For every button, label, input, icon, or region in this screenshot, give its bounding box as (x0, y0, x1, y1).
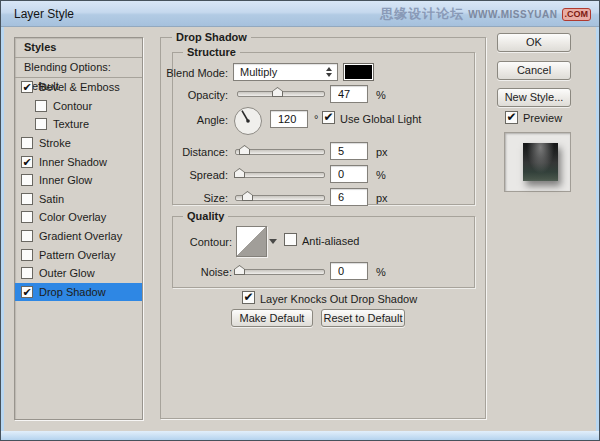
sidebar-item-gradient-overlay[interactable]: Gradient Overlay (15, 227, 142, 246)
angle-input[interactable] (270, 110, 308, 128)
sidebar-item-label: Pattern Overlay (39, 249, 115, 261)
sidebar-item-label: Inner Shadow (39, 156, 107, 168)
opacity-unit: % (376, 89, 386, 101)
spread-unit: % (376, 169, 386, 181)
drop-shadow-checkbox[interactable]: ✔ (21, 286, 33, 298)
sidebar-item-label: Inner Glow (39, 174, 92, 186)
noise-slider-thumb[interactable] (234, 265, 245, 275)
sidebar-item-inner-glow[interactable]: Inner Glow (15, 171, 142, 190)
sidebar-item-inner-shadow[interactable]: ✔ Inner Shadow (15, 152, 142, 171)
satin-checkbox[interactable] (21, 193, 33, 205)
styles-list: Styles Blending Options: Default ✔ Bevel… (14, 37, 143, 420)
preview-checkbox[interactable]: ✔ (505, 111, 518, 124)
sidebar-item-label: Gradient Overlay (39, 230, 122, 242)
inner-shadow-checkbox[interactable]: ✔ (21, 156, 33, 168)
anti-aliased-label: Anti-aliased (302, 235, 359, 247)
noise-unit: % (376, 266, 386, 278)
spread-slider-track[interactable] (235, 172, 325, 178)
distance-unit: px (376, 146, 388, 158)
shadow-color-swatch[interactable] (343, 63, 374, 81)
preview-label: Preview (523, 112, 562, 124)
sidebar-item-label: Contour (53, 100, 92, 112)
ok-button[interactable]: OK (497, 33, 571, 52)
distance-input[interactable] (330, 142, 368, 160)
styles-list-header: Styles (15, 38, 142, 58)
contour-checkbox[interactable] (35, 100, 47, 112)
noise-label: Noise: (166, 266, 232, 278)
size-unit: px (376, 192, 388, 204)
angle-label: Angle: (162, 114, 228, 126)
sidebar-item-pattern-overlay[interactable]: Pattern Overlay (15, 245, 142, 264)
anti-aliased-checkbox[interactable] (284, 233, 297, 246)
texture-checkbox[interactable] (35, 118, 47, 130)
blend-mode-value: Multiply (240, 66, 277, 78)
watermark-badge: .com (562, 8, 592, 21)
sidebar-item-contour[interactable]: Contour (15, 97, 142, 116)
use-global-light-checkbox[interactable]: ✔ (322, 111, 335, 124)
inner-glow-checkbox[interactable] (21, 174, 33, 186)
angle-dial[interactable] (233, 106, 263, 136)
layer-knockout-label: Layer Knocks Out Drop Shadow (260, 293, 417, 305)
opacity-label: Opacity: (162, 89, 228, 101)
size-label: Size: (162, 192, 228, 204)
layer-knockout-checkbox[interactable]: ✔ (242, 291, 255, 304)
use-global-light-label: Use Global Light (340, 113, 421, 125)
sidebar-item-texture[interactable]: Texture (15, 115, 142, 134)
new-style-button[interactable]: New Style... (497, 88, 571, 107)
contour-thumbnail[interactable] (236, 226, 267, 257)
sidebar-item-satin[interactable]: Satin (15, 190, 142, 209)
style-preview-box (504, 132, 571, 192)
stroke-checkbox[interactable] (21, 137, 33, 149)
sidebar-item-label: Color Overlay (39, 211, 106, 223)
gradient-overlay-checkbox[interactable] (21, 230, 33, 242)
watermark-url-text: www.missyuan (468, 9, 557, 20)
size-input[interactable] (330, 188, 368, 206)
sidebar-item-outer-glow[interactable]: Outer Glow (15, 264, 142, 283)
cancel-button[interactable]: Cancel (497, 61, 571, 80)
angle-unit: ° (314, 113, 318, 125)
sidebar-item-label: Bevel & Emboss (39, 81, 120, 93)
structure-legend: Structure (183, 46, 240, 58)
sidebar-item-label: Satin (39, 193, 64, 205)
sidebar-item-stroke[interactable]: Stroke (15, 134, 142, 153)
blend-mode-select[interactable]: Multiply (233, 63, 338, 81)
opacity-input[interactable] (330, 85, 368, 103)
spread-slider-thumb[interactable] (234, 168, 245, 178)
distance-slider-thumb[interactable] (239, 145, 250, 155)
watermark-chinese-text: 思缘设计论坛 (380, 5, 464, 23)
contour-label: Contour: (166, 236, 232, 248)
window-title: Layer Style (14, 7, 74, 21)
sidebar-item-label: Outer Glow (39, 267, 95, 279)
reset-to-default-button[interactable]: Reset to Default (321, 309, 405, 327)
sidebar-item-label: Drop Shadow (39, 286, 106, 298)
outer-glow-checkbox[interactable] (21, 267, 33, 279)
sidebar-item-drop-shadow[interactable]: ✔ Drop Shadow (15, 283, 142, 302)
sidebar-item-label: Texture (53, 118, 89, 130)
title-bar[interactable]: Layer Style 思缘设计论坛 www.missyuan .com (1, 1, 599, 27)
spread-input[interactable] (330, 165, 368, 183)
sidebar-item-label: Stroke (39, 137, 71, 149)
quality-legend: Quality (183, 210, 228, 222)
window-bottom-border (1, 431, 599, 440)
contour-picker-arrow-icon[interactable] (269, 239, 277, 244)
layer-style-dialog: Layer Style 思缘设计论坛 www.missyuan .com Sty… (0, 0, 600, 441)
distance-label: Distance: (162, 146, 228, 158)
noise-input[interactable] (330, 262, 368, 280)
blend-mode-label: Blend Mode: (162, 67, 228, 79)
size-slider-thumb[interactable] (242, 191, 253, 201)
bevel-emboss-checkbox[interactable]: ✔ (21, 81, 33, 93)
sidebar-item-color-overlay[interactable]: Color Overlay (15, 208, 142, 227)
page-title: Drop Shadow (172, 31, 251, 43)
make-default-button[interactable]: Make Default (231, 309, 313, 327)
select-arrows-icon (326, 67, 332, 77)
opacity-slider-thumb[interactable] (272, 87, 283, 97)
noise-slider-track[interactable] (235, 269, 325, 275)
style-preview-thumbnail (523, 143, 558, 181)
pattern-overlay-checkbox[interactable] (21, 249, 33, 261)
watermark: 思缘设计论坛 www.missyuan .com (380, 5, 591, 23)
sidebar-item-blending-options[interactable]: Blending Options: Default (15, 58, 142, 78)
spread-label: Spread: (162, 169, 228, 181)
color-overlay-checkbox[interactable] (21, 211, 33, 223)
